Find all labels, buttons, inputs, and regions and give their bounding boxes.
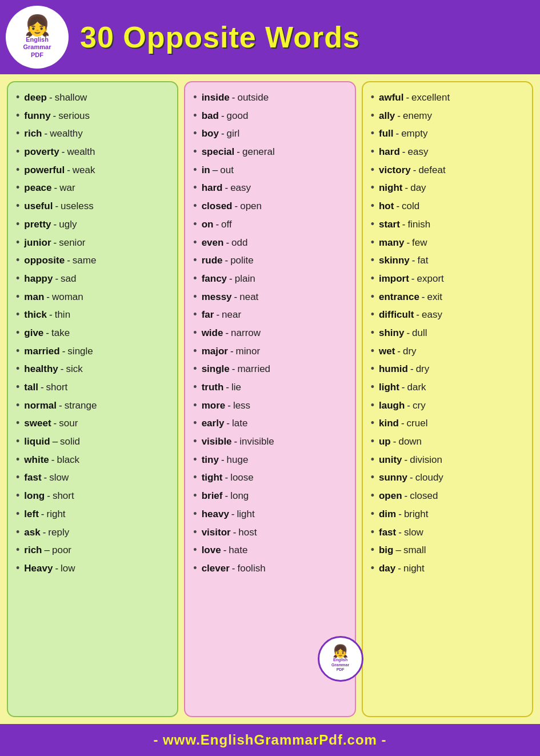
list-item: •tall- short (14, 379, 171, 396)
word-opposite: slow (49, 470, 69, 486)
list-item: •victory- defeat (369, 162, 526, 179)
word-opposite: shallow (55, 90, 87, 106)
list-item: •liquid– solid (14, 433, 171, 450)
word-primary: open (379, 488, 402, 504)
bullet-icon: • (16, 162, 19, 179)
bullet-icon: • (371, 361, 374, 378)
logo-text: English Grammar PDF (23, 36, 51, 59)
list-item: •special- general (191, 143, 349, 161)
list-item: •married- single (14, 343, 171, 360)
bullet-icon: • (16, 143, 19, 161)
word-separator: - (54, 415, 57, 431)
word-opposite: minor (236, 343, 261, 359)
word-primary: opposite (24, 253, 65, 269)
bullet-icon: • (16, 107, 19, 125)
word-opposite: weak (73, 162, 95, 178)
word-opposite: long (230, 488, 249, 504)
bullet-icon: • (193, 270, 197, 287)
word-separator: - (412, 253, 415, 269)
word-separator: - (393, 434, 397, 450)
word-opposite: lie (231, 379, 241, 395)
list-item: •rich- wealthy (14, 125, 171, 142)
word-separator: - (53, 108, 57, 124)
word-separator: - (402, 217, 406, 233)
word-opposite: low (61, 561, 75, 577)
list-item: •in– out (191, 162, 349, 179)
word-separator: – (213, 162, 218, 178)
bullet-icon: • (193, 397, 197, 414)
word-separator: - (225, 325, 229, 341)
bullet-icon: • (371, 125, 374, 142)
word-opposite: host (238, 525, 257, 541)
word-separator: - (230, 343, 234, 359)
word-separator: - (405, 180, 409, 196)
word-separator: - (55, 198, 58, 214)
bullet-icon: • (193, 162, 197, 179)
bullet-icon: • (371, 506, 374, 523)
word-opposite: down (398, 434, 422, 450)
word-primary: day (379, 561, 395, 577)
list-item: •full- empty (369, 125, 526, 142)
logo-icon: 👧 (25, 15, 50, 36)
column-1: •deep- shallow•funny- serious•rich- weal… (7, 81, 178, 717)
word-separator: - (397, 108, 401, 124)
word-separator: - (227, 398, 231, 414)
word-separator: - (234, 289, 238, 305)
word-separator: - (405, 452, 408, 468)
list-item: •rich– poor (14, 542, 171, 559)
word-separator: - (410, 470, 413, 486)
word-opposite: wealth (67, 144, 95, 160)
word-separator: – (395, 542, 401, 558)
word-primary: early (202, 415, 225, 431)
word-primary: tight (202, 470, 223, 486)
word-opposite: defeat (418, 162, 445, 178)
list-item: •closed- open (191, 198, 349, 215)
bullet-icon: • (193, 325, 197, 342)
list-item: •man- woman (14, 289, 171, 306)
main-content: •deep- shallow•funny- serious•rich- weal… (0, 74, 540, 722)
list-item: •sunny- cloudy (369, 469, 526, 486)
list-item: •hot- cold (369, 198, 526, 215)
word-opposite: thin (55, 307, 70, 323)
word-separator: - (46, 325, 49, 341)
word-primary: major (202, 343, 228, 359)
bullet-icon: • (193, 343, 197, 360)
word-opposite: hate (229, 542, 247, 558)
word-primary: hard (202, 180, 223, 196)
word-primary: more (202, 398, 226, 414)
word-opposite: excellent (411, 90, 450, 106)
bullet-icon: • (193, 361, 197, 378)
word-primary: big (379, 542, 394, 558)
list-item: •open- closed (369, 487, 526, 505)
word-separator: - (406, 235, 410, 251)
word-separator: - (233, 525, 237, 541)
word-opposite: good (227, 108, 249, 124)
word-primary: rich (24, 542, 42, 558)
watermark-text: English Grammar PDF (331, 658, 349, 672)
word-primary: normal (24, 398, 57, 414)
word-opposite: easy (407, 144, 428, 160)
bullet-icon: • (16, 560, 19, 577)
word-primary: hard (379, 144, 400, 160)
list-item: •visible- invisible (191, 433, 349, 450)
word-separator: - (405, 488, 408, 504)
bullet-icon: • (371, 469, 374, 486)
word-separator: - (396, 198, 399, 214)
word-separator: - (216, 307, 219, 323)
word-opposite: plain (235, 271, 255, 287)
list-item: •powerful- weak (14, 162, 171, 179)
bullet-icon: • (193, 234, 197, 251)
bullet-icon: • (371, 487, 374, 505)
word-primary: shiny (379, 325, 404, 341)
word-primary: wide (202, 325, 223, 341)
word-opposite: late (232, 415, 247, 431)
word-primary: fast (379, 525, 396, 541)
word-opposite: sad (61, 271, 76, 287)
list-item: •normal- strange (14, 397, 171, 414)
word-primary: boy (202, 126, 219, 142)
list-item: •bad- good (191, 107, 349, 125)
word-opposite: useless (61, 198, 94, 214)
bullet-icon: • (371, 289, 374, 306)
word-primary: unity (379, 452, 402, 468)
word-opposite: war (59, 180, 75, 196)
